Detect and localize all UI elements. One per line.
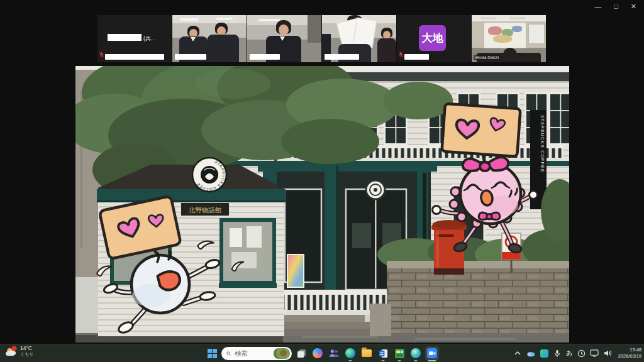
mascot-right-signboard: [441, 104, 520, 156]
tray-app-icon[interactable]: [540, 348, 548, 358]
screen-share-content: STARBUCKS COFFEE: [75, 66, 569, 343]
ceiling-light: [180, 18, 199, 21]
avatar-text: 大地: [422, 31, 443, 45]
clock-date: 2026/03/19: [618, 353, 641, 359]
minimize-button[interactable]: —: [594, 2, 601, 11]
person-face: [279, 25, 289, 35]
redacted-name-bar: [108, 34, 142, 41]
taskbar-clock[interactable]: 13:48 2026/03/19: [618, 347, 641, 359]
browser2-button[interactable]: [409, 346, 423, 360]
redacted-name-bar: [404, 54, 429, 60]
kiosk-sign: 北野物語館: [181, 203, 229, 216]
paper-sheet: [353, 18, 377, 48]
speaker-icon[interactable]: [603, 348, 612, 358]
starbucks-logo: STARBUCKS COFFEE: [192, 158, 226, 192]
document-app-button[interactable]: [376, 346, 390, 360]
ceiling-light: [480, 17, 497, 19]
muted-mic-icon: [99, 49, 104, 60]
redacted-name-bar: [325, 54, 359, 60]
task-view-button[interactable]: [294, 346, 308, 360]
redacted-name-bar: [250, 54, 280, 60]
document-app-icon: [379, 349, 388, 358]
kiosk-sign-text: 北野物語館: [188, 206, 222, 214]
desktop: { "window": { "minimize": "—", "maximize…: [0, 0, 644, 362]
edge-browser-button[interactable]: [343, 346, 357, 360]
projector-screen: [484, 22, 526, 48]
media-app-icon: [395, 349, 404, 358]
participant-tile-6[interactable]: Hirota Daichi: [472, 15, 546, 62]
poster: [287, 255, 304, 287]
close-button[interactable]: ✕: [631, 2, 636, 11]
starbucks-kitano-photo: STARBUCKS COFFEE: [75, 66, 569, 343]
search-highlight-image[interactable]: [274, 348, 290, 359]
weather-temperature: 14°C: [20, 346, 34, 352]
display-cast-icon[interactable]: [590, 348, 599, 358]
tray-overflow-chevron[interactable]: [513, 348, 522, 358]
clock-tray-icon[interactable]: [577, 348, 586, 358]
edge-icon: [345, 348, 355, 358]
ime-indicator[interactable]: あ: [566, 349, 572, 358]
microphone-tray-icon[interactable]: [553, 348, 562, 358]
file-explorer-button[interactable]: [360, 346, 374, 360]
search-input[interactable]: [233, 349, 271, 358]
weather-condition: くもり: [20, 352, 34, 357]
participant-strip: (兵...: [97, 15, 546, 62]
cloud-weather-icon: [5, 346, 18, 357]
participant-partial-name: (兵...: [143, 35, 156, 43]
zoom-icon: [427, 348, 437, 358]
weather-widget[interactable]: 14°C くもり: [5, 346, 34, 357]
participant-tile-4[interactable]: [322, 15, 396, 62]
maximize-button[interactable]: □: [614, 2, 618, 11]
windows-logo-icon: [208, 349, 217, 358]
onedrive-cloud-icon[interactable]: [526, 348, 535, 358]
redacted-name-bar: [105, 54, 164, 60]
teams-chat-button[interactable]: [327, 346, 341, 360]
ceiling-light: [258, 19, 280, 21]
person-body: [208, 35, 239, 62]
participant-tile-3-active[interactable]: [247, 15, 321, 62]
vertical-sign-text: STARBUCKS COFFEE: [540, 115, 545, 173]
clock-time: 13:48: [630, 347, 641, 353]
copilot-button[interactable]: [311, 346, 325, 360]
ceiling-light: [509, 17, 526, 19]
participant-tile-5[interactable]: 大地: [397, 15, 471, 62]
start-button[interactable]: [205, 346, 219, 360]
mascot-right-chest-bow: [479, 212, 500, 219]
window-controls: — □ ✕: [594, 2, 636, 11]
ceiling-light: [216, 18, 233, 20]
window-frame: [308, 15, 321, 43]
person-body: [377, 38, 396, 62]
taskbar: 14°C くもり: [0, 344, 644, 362]
teal-browser-icon: [411, 348, 421, 358]
participant-name-label: Hirota Daichi: [474, 55, 501, 60]
participant-tile-1[interactable]: (兵...: [97, 15, 172, 62]
taskbar-search-box[interactable]: [221, 347, 292, 360]
participant-tile-2[interactable]: [172, 15, 247, 62]
copilot-icon: [313, 348, 323, 358]
folder-icon: [362, 349, 372, 357]
task-view-icon: [297, 349, 306, 358]
search-icon: [226, 350, 231, 357]
whiteboard: [528, 24, 545, 44]
muted-mic-icon: [398, 49, 404, 60]
zoom-app-button[interactable]: [425, 346, 439, 360]
teams-people-icon: [329, 349, 339, 358]
redacted-name-bar: [175, 54, 206, 60]
avatar: 大地: [419, 25, 446, 51]
media-app-button[interactable]: [392, 346, 406, 360]
